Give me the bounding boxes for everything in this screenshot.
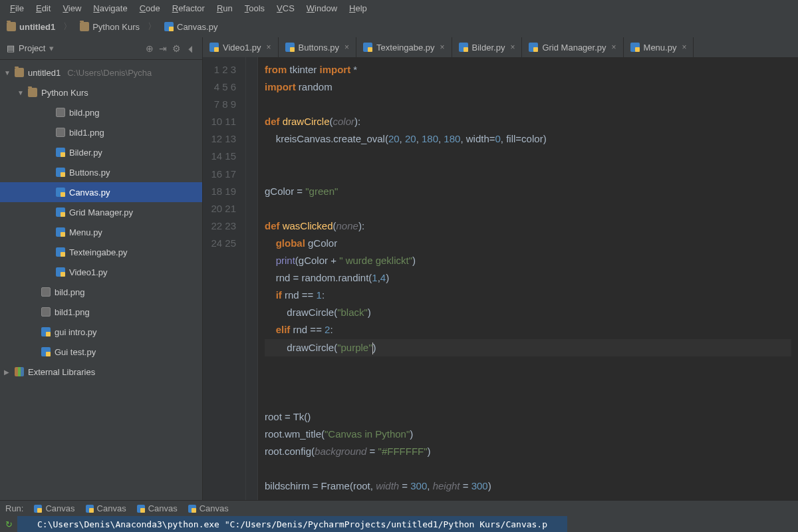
py-icon: [56, 227, 65, 237]
folder-icon: [28, 88, 37, 97]
tree-label: Buttons.py: [69, 168, 110, 178]
tree-label: bild1.png: [55, 307, 90, 317]
tree-item-bild1-png[interactable]: bild1.png: [0, 122, 202, 142]
py-icon: [529, 43, 538, 52]
sidebar-title: Project: [19, 43, 45, 53]
menu-refactor[interactable]: Refactor: [166, 3, 211, 13]
img-icon: [41, 307, 51, 317]
py-icon: [34, 505, 42, 513]
tree-item-gui-intro-py[interactable]: gui intro.py: [0, 322, 202, 342]
menu-run[interactable]: Run: [211, 3, 239, 13]
tree-item-buttons-py[interactable]: Buttons.py: [0, 162, 202, 182]
menu-code[interactable]: Code: [134, 3, 166, 13]
tree-item-python-kurs[interactable]: ▼Python Kurs: [0, 82, 202, 102]
tree-item-bild-png[interactable]: bild.png: [0, 102, 202, 122]
run-tab[interactable]: Canvas: [188, 503, 229, 513]
img-icon: [41, 287, 51, 297]
img-icon: [56, 128, 65, 137]
tree-label: Menu.py: [69, 227, 102, 237]
tree-label: Gui test.py: [55, 347, 96, 357]
py-icon: [56, 188, 65, 197]
run-tab[interactable]: Canvas: [86, 503, 126, 513]
editor-tab-menu-py[interactable]: Menu.py×: [624, 37, 694, 57]
tree-item-gui-test-py[interactable]: Gui test.py: [0, 342, 202, 362]
tree-item-video1-py[interactable]: Video1.py: [0, 262, 202, 282]
dropdown-icon[interactable]: ▾: [49, 43, 54, 53]
tree-item-canvas-py[interactable]: Canvas.py: [0, 182, 202, 202]
tree-item-menu-py[interactable]: Menu.py: [0, 222, 202, 242]
expand-arrow[interactable]: ▶: [4, 368, 11, 376]
py-icon: [56, 267, 65, 277]
tree-label: gui intro.py: [55, 327, 97, 337]
menu-tools[interactable]: Tools: [239, 3, 271, 13]
run-bar: Run: CanvasCanvasCanvasCanvas: [0, 500, 798, 516]
collapse-icon[interactable]: ⏴: [186, 43, 196, 54]
editor-tab-buttons-py[interactable]: Buttons.py×: [279, 37, 356, 57]
tree-label: Bilder.py: [69, 148, 102, 158]
menu-vcs[interactable]: VCS: [271, 3, 301, 13]
py-icon: [41, 327, 51, 336]
rerun-icon[interactable]: ↻: [0, 516, 17, 532]
run-tab[interactable]: Canvas: [34, 503, 74, 513]
breadcrumb-label: Canvas.py: [177, 22, 217, 32]
close-icon[interactable]: ×: [344, 43, 349, 52]
tree-item-bilder-py[interactable]: Bilder.py: [0, 142, 202, 162]
tree-item-untitled1[interactable]: ▼untitled1C:\Users\Denis\Pycha: [0, 63, 202, 82]
tree-label: untitled1: [28, 68, 61, 78]
close-icon[interactable]: ×: [510, 43, 515, 52]
py-icon: [137, 505, 145, 513]
expand-arrow[interactable]: ▼: [17, 89, 24, 96]
close-icon[interactable]: ×: [440, 43, 445, 52]
breadcrumb-item[interactable]: untitled1: [7, 22, 55, 32]
editor-area: Video1.py×Buttons.py×Texteingabe.py×Bild…: [203, 37, 798, 500]
code-editor[interactable]: 1 2 3 4 5 6 7 8 9 10 11 12 13 14 15 16 1…: [203, 57, 798, 500]
tree-label: Grid Manager.py: [69, 207, 133, 217]
code-content[interactable]: from tkinter import * import random def …: [258, 57, 798, 500]
project-tool-icon[interactable]: ▤: [7, 43, 15, 53]
project-tree: ▼untitled1C:\Users\Denis\Pycha▼Python Ku…: [0, 60, 202, 500]
menu-help[interactable]: Help: [343, 3, 373, 13]
py-icon: [56, 207, 65, 217]
close-icon[interactable]: ×: [682, 43, 686, 52]
gear-icon[interactable]: ⚙: [172, 43, 181, 54]
tree-item-grid-manager-py[interactable]: Grid Manager.py: [0, 202, 202, 222]
tree-item-external-libraries[interactable]: ▶External Libraries: [0, 362, 202, 382]
menu-file[interactable]: File: [4, 3, 30, 13]
tab-label: Video1.py: [223, 43, 261, 53]
breadcrumb-label: untitled1: [19, 22, 55, 32]
menu-view[interactable]: View: [57, 3, 87, 13]
editor-tab-bilder-py[interactable]: Bilder.py×: [452, 37, 523, 57]
breadcrumb-item[interactable]: Canvas.py: [164, 22, 217, 32]
run-tab[interactable]: Canvas: [137, 503, 178, 513]
py-icon: [459, 43, 468, 52]
tree-item-bild-png[interactable]: bild.png: [0, 282, 202, 302]
py-icon: [363, 43, 372, 52]
py-icon: [164, 22, 174, 31]
editor-tab-grid-manager-py[interactable]: Grid Manager.py×: [522, 37, 623, 57]
autoscroll-icon[interactable]: ⇥: [159, 43, 167, 54]
menu-navigate[interactable]: Navigate: [87, 3, 133, 13]
tree-label: Texteingabe.py: [69, 247, 127, 257]
py-icon: [86, 505, 94, 513]
py-icon: [56, 247, 65, 257]
close-icon[interactable]: ×: [612, 43, 616, 52]
breadcrumb-item[interactable]: Python Kurs: [80, 22, 140, 32]
tab-label: Bilder.py: [472, 43, 505, 53]
py-icon: [188, 505, 196, 513]
expand-arrow[interactable]: ▼: [4, 69, 11, 76]
tree-item-texteingabe-py[interactable]: Texteingabe.py: [0, 242, 202, 262]
lib-icon: [15, 367, 24, 376]
editor-tab-texteingabe-py[interactable]: Texteingabe.py×: [356, 37, 452, 57]
breadcrumb: untitled1〉Python Kurs〉Canvas.py: [0, 16, 798, 37]
target-icon[interactable]: ⊕: [146, 43, 154, 54]
py-icon: [56, 148, 65, 157]
editor-tab-video1-py[interactable]: Video1.py×: [203, 37, 279, 57]
menu-window[interactable]: Window: [301, 3, 343, 13]
tree-item-bild1-png[interactable]: bild1.png: [0, 302, 202, 322]
menu-edit[interactable]: Edit: [30, 3, 57, 13]
close-icon[interactable]: ×: [267, 43, 271, 52]
fold-strip: [246, 57, 258, 500]
line-gutter: 1 2 3 4 5 6 7 8 9 10 11 12 13 14 15 16 1…: [203, 57, 246, 500]
sidebar-header: ▤ Project ▾ ⊕ ⇥ ⚙ ⏴: [0, 37, 202, 60]
tree-label: bild1.png: [69, 128, 104, 138]
